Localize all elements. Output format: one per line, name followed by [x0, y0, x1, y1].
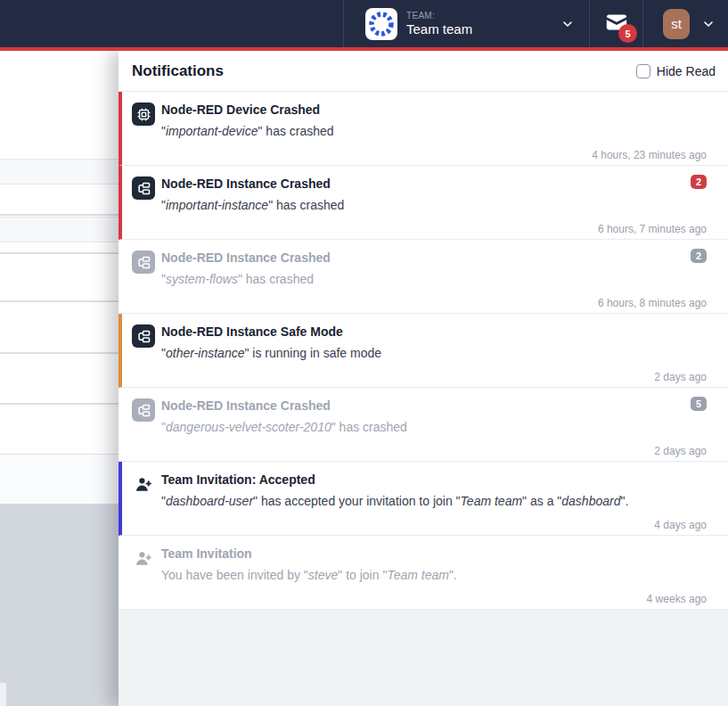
notification-message: "dangerous-velvet-scoter-2010" has crash…	[161, 419, 707, 435]
notification-title: Node-RED Instance Crashed	[161, 250, 707, 266]
background-table-row	[0, 159, 119, 185]
instance-icon	[132, 398, 155, 422]
notification-item[interactable]: Node-RED Instance Safe Mode"other-instan…	[119, 314, 728, 388]
notification-message: "other-instance" is running in safe mode	[161, 345, 707, 361]
team-label: TEAM:	[406, 10, 435, 21]
divider	[0, 214, 119, 216]
panel-title: Notifications	[132, 62, 224, 80]
notification-message: "system-flows" has crashed	[161, 271, 707, 287]
user-plus-icon	[132, 472, 155, 496]
instance-icon	[132, 176, 155, 200]
chevron-down-icon	[701, 17, 716, 31]
divider	[0, 403, 119, 405]
background-table-row	[0, 455, 119, 504]
user-menu[interactable]: st	[643, 0, 728, 47]
team-name: Team team	[406, 21, 472, 37]
notification-message: You have been invited by "steve" to join…	[161, 567, 707, 583]
background-footer-area	[0, 504, 119, 706]
notification-timestamp: 4 days ago	[161, 519, 707, 532]
notifications-panel: Notifications Hide Read Node-RED Device …	[119, 51, 728, 706]
team-switcher[interactable]: TEAM: Team team	[343, 0, 590, 47]
header-accent-line	[0, 47, 728, 51]
hide-read-label: Hide Read	[657, 64, 716, 78]
notification-list: Node-RED Device Crashed"important-device…	[119, 92, 728, 706]
notification-timestamp: 4 weeks ago	[161, 593, 707, 606]
notification-item[interactable]: Team Invitation: Accepted"dashboard-user…	[119, 462, 728, 536]
notification-title: Node-RED Instance Crashed	[161, 398, 707, 414]
background-table-row	[0, 217, 119, 242]
divider	[0, 252, 119, 254]
notification-count-badge: 2	[691, 249, 707, 263]
background-page	[0, 51, 119, 706]
user-plus-icon	[132, 546, 155, 570]
notification-title: Node-RED Device Crashed	[161, 102, 707, 118]
divider	[0, 352, 119, 354]
notification-message: "dashboard-user" has accepted your invit…	[161, 493, 707, 509]
notification-title: Team Invitation	[161, 546, 707, 562]
hide-read-toggle[interactable]: Hide Read	[636, 64, 716, 78]
notification-timestamp: 6 hours, 7 minutes ago	[161, 223, 707, 236]
notification-timestamp: 6 hours, 8 minutes ago	[161, 297, 707, 310]
chip-icon	[132, 103, 155, 126]
notifications-button[interactable]: 5	[590, 0, 643, 47]
divider	[0, 300, 119, 302]
notification-count-badge: 5	[691, 397, 707, 411]
notification-count-badge: 2	[691, 175, 707, 189]
avatar: st	[663, 9, 690, 39]
top-navbar: TEAM: Team team 5 st	[0, 0, 728, 47]
notification-item[interactable]: Node-RED Instance Crashed"important-inst…	[119, 166, 728, 240]
notification-item[interactable]: Node-RED Device Crashed"important-device…	[119, 92, 728, 166]
notification-title: Team Invitation: Accepted	[161, 472, 707, 488]
app: TEAM: Team team 5 st	[0, 0, 728, 706]
notification-item[interactable]: Node-RED Instance Crashed"dangerous-velv…	[119, 388, 728, 462]
notification-timestamp: 2 days ago	[161, 445, 707, 458]
notification-timestamp: 4 hours, 23 minutes ago	[161, 149, 707, 162]
mail-badge: 5	[618, 24, 637, 43]
hide-read-checkbox[interactable]	[636, 64, 650, 78]
chevron-down-icon	[560, 17, 575, 31]
instance-icon	[132, 324, 155, 348]
notification-title: Node-RED Instance Safe Mode	[161, 324, 707, 340]
notification-message: "important-device" has crashed	[161, 123, 707, 139]
notification-timestamp: 2 days ago	[161, 371, 707, 384]
team-avatar-icon	[365, 8, 397, 40]
background-corner-strip	[0, 683, 6, 706]
notification-title: Node-RED Instance Crashed	[161, 176, 707, 192]
notification-item[interactable]: Team InvitationYou have been invited by …	[119, 536, 728, 610]
notifications-panel-header: Notifications Hide Read	[119, 51, 728, 92]
instance-icon	[132, 250, 155, 274]
notification-item[interactable]: Node-RED Instance Crashed"system-flows" …	[119, 240, 728, 314]
notification-message: "important-instance" has crashed	[161, 197, 707, 213]
